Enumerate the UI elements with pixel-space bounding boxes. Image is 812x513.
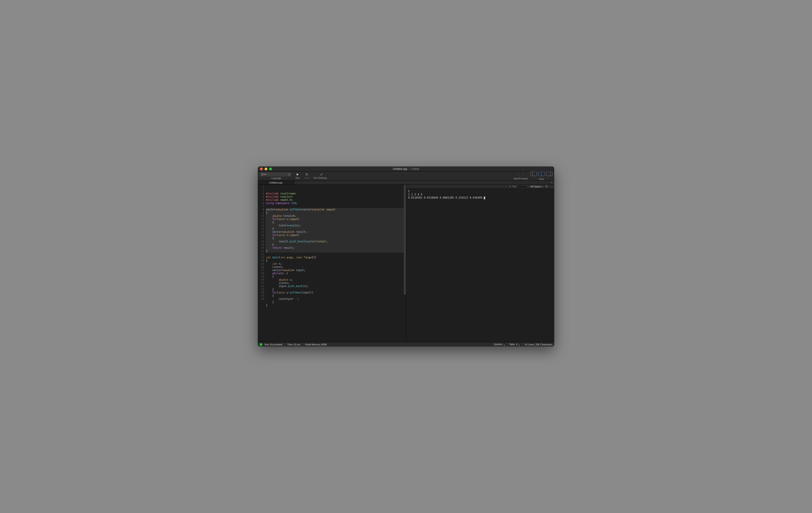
code-line[interactable]: using namespace std; (265, 202, 406, 205)
editor-scrollbar[interactable] (404, 185, 406, 295)
forward-button[interactable]: 〉 (522, 172, 525, 177)
title-edited-indicator: — Edited (408, 168, 419, 171)
code-editor[interactable]: 1234567891011121314151617181920212223242… (258, 185, 406, 342)
line-number: 17 (258, 237, 264, 240)
divider (285, 343, 285, 346)
code-line[interactable]: } (265, 249, 406, 253)
line-number: 3 (258, 192, 264, 195)
output-text[interactable]: 51 2 3 4 50.0116562 0.0316849 0.0861285 … (406, 189, 554, 342)
code-line[interactable]: ········total+=exp(x);¬ (265, 224, 406, 227)
toolbar: C++ ▴▾ Language Run Stop Run Settings... (258, 172, 554, 181)
line-number: 25 (258, 262, 264, 265)
line-number: 21 (258, 249, 264, 253)
plus-icon: + (551, 181, 552, 184)
code-line[interactable]: ····for(auto·x:input)¬ (265, 217, 406, 221)
code-line[interactable]: cin>>x; (265, 281, 406, 284)
code-line[interactable]: cout<<y<<' '; (265, 297, 406, 301)
line-number: 20 (258, 246, 264, 249)
code-line[interactable]: vector<double> softmax(vector<double> in… (265, 208, 406, 211)
chevron-updown-icon: ▴▾ (519, 344, 520, 346)
code-line[interactable]: int n; (265, 262, 406, 265)
code-line[interactable]: #include <iostream> (265, 192, 406, 195)
divider (507, 343, 507, 346)
code-line[interactable]: { (265, 259, 406, 262)
code-line[interactable]: ····double·total=0;¬ (265, 214, 406, 217)
zoom-window-button[interactable] (269, 168, 272, 170)
code-area[interactable]: #include <iostream>#include <vector>#inc… (265, 185, 406, 342)
code-line[interactable]: #include <math.h> (265, 199, 406, 202)
status-tabs-select[interactable]: Tabs: 4 ▴▾ (509, 343, 520, 346)
status-success-icon: ✓ (260, 343, 262, 346)
code-line[interactable]: ····{¬ (265, 237, 406, 240)
code-line[interactable]: } (265, 288, 406, 291)
filter-placeholder: Filter (512, 185, 517, 188)
code-line[interactable]: } (265, 304, 406, 307)
code-line[interactable]: ····}¬ (265, 227, 406, 230)
output-pane: ⊜ Filter All Output ▴▾ ⌄ 51 2 3 4 50.011… (406, 185, 554, 342)
stop-icon (306, 173, 308, 176)
play-icon (296, 173, 299, 176)
code-line[interactable] (265, 205, 406, 208)
output-expand-button[interactable]: ⌄ (551, 185, 553, 188)
run-settings-button[interactable]: Run Settings... (312, 173, 330, 179)
line-number: 9 (258, 211, 264, 214)
line-number: 24 (258, 259, 264, 262)
chevron-updown-icon: ▴▾ (504, 344, 504, 346)
stop-button[interactable]: Stop (302, 173, 311, 179)
svg-rect-0 (306, 173, 308, 176)
code-line[interactable]: ····return·result;¬ (265, 246, 406, 249)
output-filter-input[interactable]: ⊜ Filter (508, 185, 528, 188)
code-line[interactable]: input.push_back(x); (265, 284, 406, 288)
code-line[interactable]: ····for(auto·x:input)¬ (265, 234, 406, 237)
code-line[interactable]: ····}¬ (265, 243, 406, 246)
code-line[interactable]: ····vector<double> result;¬ (265, 230, 406, 234)
line-number: 36 (258, 297, 264, 301)
back-button[interactable]: 〈 (516, 172, 520, 177)
status-lines: 14 Lines, 206 Characters (524, 343, 552, 346)
window-title: Untitled.cpp — Edited (393, 168, 419, 171)
code-line[interactable]: { (265, 275, 406, 278)
code-line[interactable]: cin>>n; (265, 265, 406, 269)
line-number: 34 (258, 291, 264, 294)
line-number: 2 (258, 189, 264, 192)
tab-label: Untitled.cpp (269, 181, 282, 184)
code-line[interactable]: ········result.push_back(exp(x)/total);¬ (265, 240, 406, 243)
code-line[interactable]: vector<double> input; (265, 269, 406, 272)
wrench-icon (320, 173, 323, 176)
line-number: 1 (258, 186, 264, 189)
traffic-lights (260, 168, 272, 170)
language-select[interactable]: C++ ▴▾ (260, 172, 291, 177)
filter-icon: ⊜ (509, 185, 511, 188)
status-symbol-select[interactable]: Symbol ▴▾ (494, 343, 504, 346)
code-line[interactable]: double x; (265, 278, 406, 281)
output-line: 1 2 3 4 5 (408, 193, 552, 196)
line-number: 8 (258, 208, 264, 211)
code-line[interactable] (265, 253, 406, 256)
view-split-panel-button[interactable] (538, 172, 545, 176)
title-filename: Untitled.cpp (393, 168, 407, 171)
code-line[interactable]: ····{¬ (265, 221, 406, 224)
line-number: 5 (258, 199, 264, 202)
view-left-panel-button[interactable] (530, 172, 537, 176)
code-line[interactable]: for(auto y:softmax(input)) (265, 291, 406, 294)
tab-untitled[interactable]: Untitled.cpp (258, 181, 294, 184)
close-window-button[interactable] (260, 168, 263, 170)
clear-output-button[interactable] (545, 185, 548, 188)
new-tab-button[interactable]: + (549, 181, 554, 184)
line-number: 29 (258, 275, 264, 278)
code-line[interactable]: { (265, 294, 406, 297)
minimize-window-button[interactable] (265, 168, 267, 170)
line-number: 11 (258, 217, 264, 221)
code-line[interactable]: #include <vector> (265, 195, 406, 199)
code-line[interactable]: {¬ (265, 211, 406, 214)
cursor (484, 197, 485, 199)
view-right-panel-button[interactable] (546, 172, 552, 176)
view-label: View (539, 178, 544, 180)
code-line[interactable]: while(n--) (265, 272, 406, 275)
code-line[interactable]: } (265, 301, 406, 304)
output-scope-select[interactable]: All Output ▴▾ (530, 185, 542, 188)
line-number: 19 (258, 243, 264, 246)
run-button[interactable]: Run (294, 173, 301, 179)
line-number: 26 (258, 265, 264, 269)
code-line[interactable]: int main(int argc, char *argv[]) (265, 256, 406, 259)
